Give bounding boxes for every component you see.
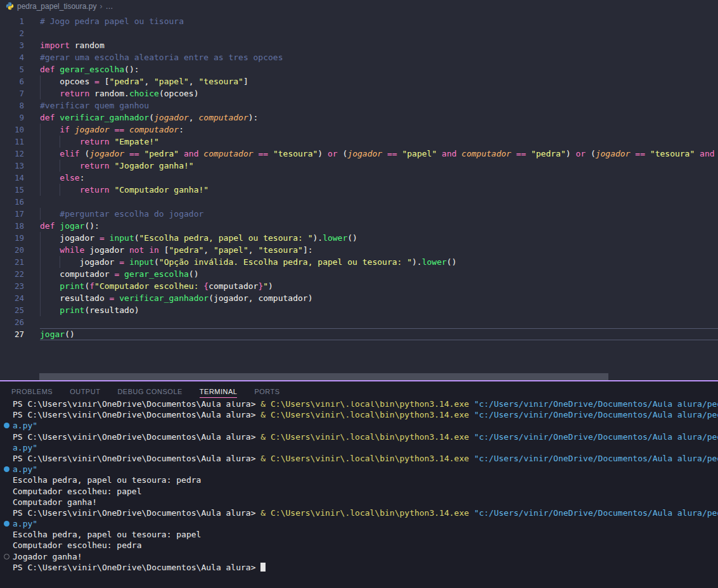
indent-guide [40,184,41,196]
code-line[interactable]: 19 jogador = input("Escolha pedra, papel… [0,232,718,244]
code-line[interactable]: 16 [0,196,718,208]
indent-guide [60,136,60,148]
line-number[interactable]: 20 [0,244,24,256]
line-number[interactable]: 24 [0,292,24,304]
line-number[interactable]: 8 [0,99,24,112]
line-number[interactable]: 14 [0,172,24,184]
indent-guide [40,75,41,87]
line-number[interactable]: 21 [0,256,24,268]
terminal-line: Escolha pedra, papel ou tesoura: papel [0,529,718,540]
scrollbar-thumb[interactable] [39,373,608,380]
panel-tab-ports[interactable]: PORTS [254,385,279,397]
command-decoration-icon[interactable] [4,466,10,472]
indent-guide [40,232,41,244]
code-line[interactable]: 6 opcoes = ["pedra", "papel", "tesoura"] [0,75,718,87]
line-number[interactable]: 22 [0,268,24,280]
code-line[interactable]: 10 if jogador == computador: [0,124,718,136]
line-number[interactable]: 10 [0,124,24,136]
line-number[interactable]: 27 [0,328,24,340]
line-number[interactable]: 13 [0,160,24,172]
line-number[interactable]: 5 [0,63,24,75]
line-number[interactable]: 26 [0,316,24,328]
line-number[interactable]: 7 [0,87,24,99]
code-line[interactable]: 9def verificar_ganhador(jogador, computa… [0,112,718,124]
code-line-content: print(resultado) [40,304,718,316]
code-line[interactable]: 20 while jogador not in ["pedra", "papel… [0,244,718,256]
line-number[interactable]: 18 [0,220,24,232]
terminal-line: Escolha pedra, papel ou tesoura: pedra [0,475,718,485]
indent-guide [40,136,41,148]
line-number[interactable]: 2 [0,27,24,39]
line-number[interactable]: 16 [0,196,24,208]
indent-guide [40,244,41,256]
code-line[interactable]: 27jogar() [0,328,718,340]
terminal-line: Computador escolheu: pedra [0,540,718,551]
code-line[interactable]: 26 [0,316,718,328]
line-number[interactable]: 23 [0,280,24,292]
terminal-line: PS C:\Users\vinir\OneDrive\Documentos\Au… [0,409,718,420]
line-number[interactable]: 9 [0,112,24,124]
code-line-content: jogador = input("Opção inválida. Escolha… [40,256,718,268]
terminal-line: a.py" [0,464,718,475]
code-line[interactable]: 7 return random.choice(opcoes) [0,87,718,99]
code-line[interactable]: 4#gerar uma escolha aleatoria entre as t… [0,51,718,63]
terminal[interactable]: PS C:\Users\vinir\OneDrive\Documentos\Au… [0,401,718,588]
panel-tab-debug-console[interactable]: DEBUG CONSOLE [117,385,182,397]
code-line[interactable]: 17 #perguntar escolha do jogador [0,208,718,220]
code-editor[interactable]: 1# Jogo pedra papel ou tisoura23import r… [0,12,718,373]
breadcrumb-ellipsis[interactable]: … [105,2,113,11]
code-line[interactable]: 8#verificar quem ganhou [0,99,718,112]
code-line[interactable]: 11 return "Empate!" [0,136,718,148]
line-number[interactable]: 17 [0,208,24,220]
code-line[interactable]: 18def jogar(): [0,220,718,232]
terminal-line: a.py" [0,442,718,453]
code-line[interactable]: 3import random [0,39,718,51]
code-line[interactable]: 5def gerar_escolha(): [0,63,718,75]
panel-tab-output[interactable]: OUTPUT [70,385,100,397]
line-number[interactable]: 1 [0,15,24,27]
terminal-line: PS C:\Users\vinir\OneDrive\Documentos\Au… [0,453,718,464]
code-line-content: return random.choice(opcoes) [40,87,718,99]
python-file-icon [6,2,14,10]
code-line[interactable]: 14 else: [0,172,718,184]
code-line-content: def gerar_escolha(): [40,63,718,75]
code-line[interactable]: 22 computador = gerar_escolha() [0,268,718,280]
line-number[interactable]: 12 [0,148,24,160]
code-line-content: print(f"Computador escolheu: {computador… [40,280,718,292]
line-number[interactable]: 25 [0,304,24,316]
code-line[interactable]: 13 return "Jogador ganha!" [0,160,718,172]
code-line-content: return "Jogador ganha!" [40,160,718,172]
breadcrumb-file-name[interactable]: pedra_papel_tisoura.py [17,2,96,11]
code-line[interactable]: 12 elif (jogador == "pedra" and computad… [0,148,718,160]
line-number[interactable]: 3 [0,39,24,51]
indent-guide [60,256,60,268]
line-number[interactable]: 15 [0,184,24,196]
code-line[interactable]: 15 return "Computador ganha!" [0,184,718,196]
editor-horizontal-scrollbar[interactable] [0,373,718,380]
line-number[interactable]: 19 [0,232,24,244]
panel-tab-terminal[interactable]: TERMINAL [200,385,238,398]
indent-guide [60,160,60,172]
command-decoration-icon[interactable] [4,423,10,428]
chevron-right-icon: › [99,2,102,11]
code-line[interactable]: 21 jogador = input("Opção inválida. Esco… [0,256,718,268]
code-line-content: else: [40,172,718,184]
code-line-content: import random [40,39,718,51]
code-line[interactable]: 25 print(resultado) [0,304,718,316]
panel-tabs-bar: PROBLEMSOUTPUTDEBUG CONSOLETERMINALPORTS [0,381,718,401]
panel-tab-problems[interactable]: PROBLEMS [11,385,53,397]
terminal-line: Computador ganha! [0,497,718,508]
line-number[interactable]: 11 [0,136,24,148]
code-line[interactable]: 2 [0,27,718,39]
line-number[interactable]: 4 [0,51,24,63]
code-line[interactable]: 23 print(f"Computador escolheu: {computa… [0,280,718,292]
command-decoration-ring-icon[interactable] [4,554,10,559]
command-decoration-icon[interactable] [4,521,10,527]
line-number[interactable]: 6 [0,75,24,87]
terminal-line: Computador escolheu: papel [0,486,718,497]
code-line[interactable]: 1# Jogo pedra papel ou tisoura [0,15,718,27]
indent-guide [40,124,41,136]
code-line-content: return "Computador ganha!" [40,184,718,196]
code-line[interactable]: 24 resultado = verificar_ganhador(jogado… [0,292,718,304]
terminal-cursor [260,563,266,572]
